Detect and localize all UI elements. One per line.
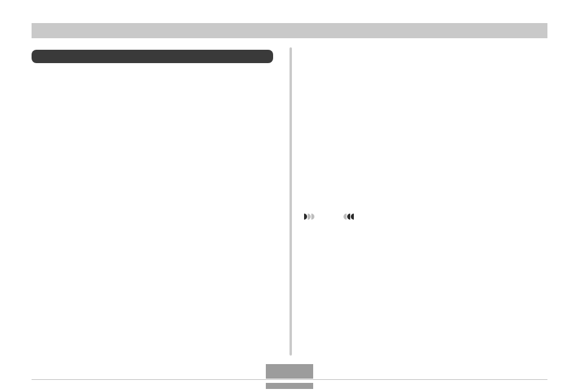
column-divider xyxy=(290,47,292,356)
footer-rule xyxy=(32,379,547,380)
footer-page-chip xyxy=(266,364,313,379)
header-bar xyxy=(32,23,547,38)
footer-page-chip-lower xyxy=(266,383,313,389)
document-page xyxy=(0,0,579,392)
section-heading-pill xyxy=(32,50,273,63)
forward-icon xyxy=(304,214,314,220)
media-icons-row xyxy=(304,213,354,220)
back-icon xyxy=(344,214,354,220)
